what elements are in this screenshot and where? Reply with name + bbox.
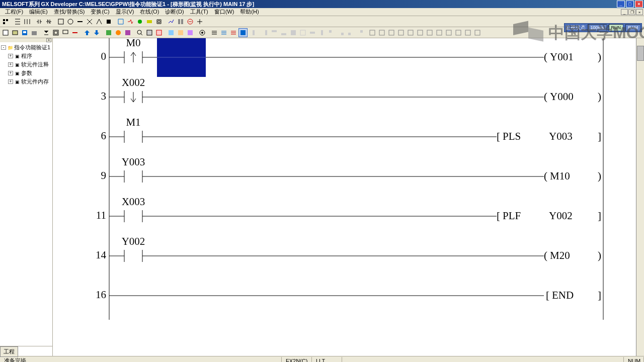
toolbar-button[interactable] [186, 28, 195, 37]
toolbar-button[interactable] [368, 28, 377, 37]
toolbar-button[interactable] [167, 17, 176, 26]
toolbar-button[interactable] [327, 28, 336, 37]
mdi-minimize-button[interactable]: _ [621, 9, 628, 15]
toolbar-button[interactable] [135, 28, 144, 37]
vertical-scrollbar[interactable] [636, 38, 644, 356]
toolbar-button[interactable] [30, 28, 39, 37]
menu-item[interactable]: 帮助(H) [237, 8, 262, 16]
tree-expand-icon[interactable]: + [8, 79, 13, 84]
menu-item[interactable]: 变换(C) [88, 8, 112, 16]
toolbar-button[interactable] [289, 28, 298, 37]
minimize-button[interactable]: _ [617, 1, 625, 8]
tree-expand-icon[interactable]: + [8, 71, 13, 75]
toolbar-button[interactable] [279, 28, 288, 37]
toolbar-button[interactable] [95, 17, 104, 26]
toolbar-button[interactable] [92, 28, 101, 37]
toolbar-button[interactable] [416, 28, 425, 37]
toolbar-button[interactable] [104, 17, 113, 26]
maximize-button[interactable]: □ [626, 1, 634, 8]
ladder-editor[interactable]: 0M0(Y001)3X002(Y000)6M1[PLSY003]9Y003(M1… [53, 38, 644, 356]
toolbar-button[interactable] [35, 17, 44, 26]
toolbar-button[interactable] [123, 28, 132, 37]
menu-item[interactable]: 工程(F) [2, 8, 26, 16]
toolbar-button[interactable] [298, 28, 307, 37]
toolbar-button[interactable] [270, 28, 279, 37]
toolbar-button[interactable] [44, 17, 53, 26]
toolbar-button[interactable] [346, 28, 355, 37]
close-button[interactable]: × [635, 1, 643, 8]
toolbar-button[interactable] [435, 28, 444, 37]
toolbar-button[interactable] [135, 17, 144, 26]
toolbar-button[interactable] [463, 28, 472, 37]
toolbar-button[interactable] [260, 28, 269, 37]
toolbar-button[interactable] [104, 28, 113, 37]
toolbar-button[interactable] [23, 17, 32, 26]
toolbar-button[interactable] [251, 28, 260, 37]
toolbar-button[interactable] [56, 17, 65, 26]
toolbar-button[interactable] [425, 28, 434, 37]
menu-item[interactable]: 显示(V) [113, 8, 137, 16]
toolbar-button[interactable] [356, 28, 365, 37]
tree-expand-icon[interactable]: - [1, 45, 6, 50]
toolbar-button[interactable] [66, 17, 75, 26]
tree-expand-icon[interactable]: + [8, 54, 13, 58]
toolbar-button[interactable] [167, 28, 176, 37]
sidebar-close-button[interactable]: × [46, 38, 51, 42]
toolbar-button[interactable] [176, 17, 185, 26]
toolbar-button[interactable] [219, 28, 228, 37]
menu-item[interactable]: 编辑(E) [26, 8, 51, 16]
toolbar-button[interactable] [198, 28, 207, 37]
menu-item[interactable]: 工具(T) [187, 8, 211, 16]
tree-item[interactable]: +▣程序 [1, 52, 51, 60]
toolbar-button[interactable] [337, 28, 346, 37]
tree-item[interactable]: +▣软元件内存 [1, 77, 51, 86]
toolbar-button[interactable] [238, 28, 248, 37]
toolbar-button[interactable] [42, 28, 51, 37]
menu-item[interactable]: 查找/替换(S) [51, 8, 88, 16]
toolbar-button[interactable] [195, 17, 204, 26]
mdi-restore-button[interactable]: ❐ [628, 9, 635, 15]
tree-root[interactable]: - 📁 指令功能验证1 [1, 43, 51, 52]
sidebar-tab-project[interactable]: 工程 [0, 346, 18, 357]
toolbar-button[interactable] [154, 17, 164, 26]
toolbar-button[interactable] [454, 28, 463, 37]
toolbar-button[interactable] [473, 28, 482, 37]
toolbar-button[interactable] [11, 28, 20, 37]
project-tree[interactable]: - 📁 指令功能验证1 +▣程序+▣软元件注释+▣参数+▣软元件内存 [0, 42, 52, 346]
toolbar-button[interactable] [116, 17, 125, 26]
toolbar-button[interactable] [1, 17, 10, 26]
toolbar-button[interactable] [145, 17, 154, 26]
toolbar-button[interactable] [13, 17, 22, 26]
toolbar-button[interactable] [444, 28, 453, 37]
toolbar-button[interactable] [186, 17, 195, 26]
toolbar-button[interactable] [176, 28, 185, 37]
toolbar-button[interactable] [396, 28, 406, 37]
tree-item[interactable]: +▣参数 [1, 69, 51, 77]
mdi-close-button[interactable]: × [636, 9, 643, 15]
menu-item[interactable]: 窗口(W) [211, 8, 237, 16]
toolbar-button[interactable] [83, 28, 92, 37]
toolbar-button[interactable] [70, 28, 79, 37]
toolbar-button[interactable] [154, 28, 164, 37]
toolbar-button[interactable] [114, 28, 123, 37]
toolbar-button[interactable] [406, 28, 415, 37]
tree-expand-icon[interactable]: + [8, 62, 13, 67]
menu-item[interactable]: 在线(O) [137, 8, 162, 16]
toolbar-button[interactable] [145, 28, 154, 37]
toolbar-button[interactable] [387, 28, 396, 37]
toolbar-button[interactable] [1, 28, 10, 37]
menu-item[interactable]: 诊断(D) [162, 8, 187, 16]
toolbar-button[interactable] [377, 28, 386, 37]
toolbar-button[interactable] [317, 28, 327, 37]
toolbar-button[interactable] [308, 28, 317, 37]
toolbar-button[interactable] [20, 28, 29, 37]
toolbar-button[interactable] [75, 17, 85, 26]
toolbar-button[interactable] [85, 17, 94, 26]
scroll-thumb[interactable] [637, 46, 644, 61]
toolbar-button[interactable] [126, 17, 135, 26]
toolbar-button[interactable] [229, 28, 238, 37]
toolbar-button[interactable] [61, 28, 70, 37]
toolbar-button[interactable] [210, 28, 219, 37]
tree-item[interactable]: +▣软元件注释 [1, 60, 51, 69]
toolbar-button[interactable] [51, 28, 60, 37]
